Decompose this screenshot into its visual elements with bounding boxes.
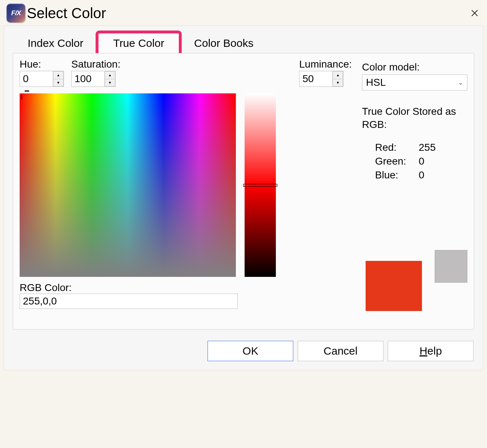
tab-bar: Index Color True Color Color Books (4, 26, 483, 53)
hue-spinner[interactable]: ▲ ▼ (20, 71, 64, 87)
rgb-color-input[interactable] (20, 294, 238, 309)
hue-label: Hue: (20, 58, 64, 70)
hue-down-button[interactable]: ▼ (53, 79, 64, 87)
help-underline: H (419, 345, 427, 357)
tab-index-color[interactable]: Index Color (13, 33, 98, 53)
luminance-cursor (243, 184, 277, 187)
luminance-slider[interactable] (245, 93, 276, 277)
luminance-input[interactable] (299, 71, 332, 86)
stored-green-value: 0 (419, 156, 424, 167)
tab-true-color-label: True Color (113, 37, 164, 49)
stored-rgb-table: Red: 255 Green: 0 Blue: 0 (362, 142, 467, 181)
dialog-body: Index Color True Color Color Books Hue: … (4, 25, 483, 370)
dialog-buttons: OK Cancel Help (4, 337, 483, 370)
app-icon: F/X (7, 4, 25, 23)
luminance-label: Luminance: (299, 58, 352, 70)
saturation-up-button[interactable]: ▲ (105, 71, 115, 79)
tab-content-true-color: Hue: ▲ ▼ Saturation: ▲ (13, 53, 474, 330)
saturation-down-button[interactable]: ▼ (105, 79, 115, 87)
hue-saturation-cursor (23, 93, 30, 98)
hsl-inputs: Hue: ▲ ▼ Saturation: ▲ (20, 58, 352, 87)
stored-red-row: Red: 255 (375, 142, 467, 153)
saturation-input[interactable] (72, 71, 104, 86)
stored-rgb-label: True Color Stored as RGB: (362, 105, 467, 132)
saturation-spinner[interactable]: ▲ ▼ (71, 71, 116, 87)
tab-color-books[interactable]: Color Books (179, 33, 268, 53)
help-button[interactable]: Help (388, 341, 474, 361)
rgb-color-label: RGB Color: (20, 282, 352, 294)
ok-button[interactable]: OK (208, 341, 293, 361)
luminance-field: Luminance: ▲ ▼ (299, 58, 352, 87)
luminance-down-button[interactable]: ▼ (333, 79, 343, 87)
stored-red-value: 255 (419, 142, 436, 153)
color-model-label: Color model: (362, 61, 467, 73)
luminance-spinner[interactable]: ▲ ▼ (299, 71, 343, 87)
color-model-select[interactable]: HSL ⌄ (362, 74, 467, 90)
stored-green-row: Green: 0 (375, 156, 467, 167)
close-icon (470, 9, 479, 17)
hue-input[interactable] (20, 71, 53, 86)
chevron-down-icon: ⌄ (458, 78, 463, 86)
help-rest: elp (427, 345, 442, 357)
luminance-up-button[interactable]: ▲ (333, 71, 343, 79)
stored-green-label: Green: (375, 156, 411, 167)
close-button[interactable] (469, 7, 480, 19)
titlebar: F/X Select Color (0, 0, 487, 25)
stored-blue-value: 0 (419, 169, 424, 181)
color-pickers (20, 93, 352, 277)
hue-field: Hue: ▲ ▼ (20, 58, 64, 87)
right-column: Color model: HSL ⌄ True Color Stored as … (362, 58, 467, 323)
previous-color-swatch (435, 250, 467, 283)
stored-blue-row: Blue: 0 (375, 169, 467, 181)
hue-up-button[interactable]: ▲ (53, 71, 64, 79)
stored-blue-label: Blue: (375, 169, 411, 181)
saturation-field: Saturation: ▲ ▼ (71, 58, 120, 87)
left-column: Hue: ▲ ▼ Saturation: ▲ (20, 58, 352, 323)
hue-saturation-canvas[interactable] (20, 93, 236, 277)
swatch-area (362, 250, 467, 323)
saturation-label: Saturation: (71, 58, 120, 70)
current-color-swatch (366, 261, 422, 311)
color-model-value: HSL (366, 77, 386, 88)
window-title: Select Color (27, 5, 106, 21)
cancel-button[interactable]: Cancel (298, 341, 383, 361)
stored-red-label: Red: (375, 142, 411, 153)
tab-true-color[interactable]: True Color (98, 33, 179, 53)
